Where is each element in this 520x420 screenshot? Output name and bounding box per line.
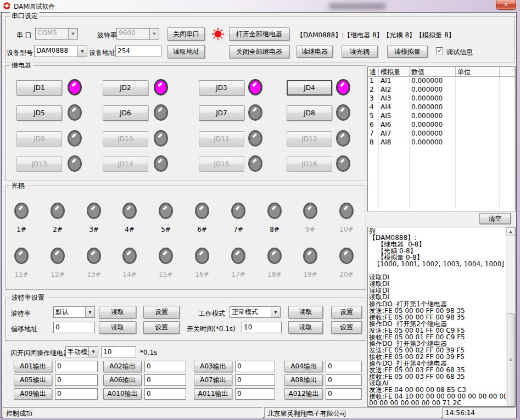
analog-table: 通模拟量数值单位 1AI10.0000002AI20.0000003AI30.0… <box>367 66 516 211</box>
relay-button-JD5[interactable]: JD5 <box>16 105 62 121</box>
close-all-relays-button[interactable]: 关闭全部继电器 <box>229 45 289 58</box>
baudrate-set-button[interactable]: 设置 <box>143 306 180 318</box>
work-mode-set-button[interactable]: 设置 <box>331 306 362 318</box>
read-addr-button[interactable]: 读取地址 <box>167 45 205 58</box>
baudrate-read-button[interactable]: 读取 <box>99 306 136 318</box>
output-input-A012输出[interactable]: 0 <box>326 388 362 400</box>
output-input-A07输出[interactable]: 0 <box>235 374 275 386</box>
read-analog-button[interactable]: 读模拟量 <box>387 46 428 58</box>
clear-log-button[interactable]: 清空 <box>479 213 511 224</box>
offset-set-button[interactable]: 设置 <box>143 321 180 334</box>
opto-label-12#: 12# <box>48 271 68 278</box>
opto-label-11#: 11# <box>12 271 31 278</box>
analog-cell <box>368 200 379 209</box>
output-input-A02输出[interactable]: 0 <box>144 361 186 372</box>
analog-col-header-3[interactable]: 单位 <box>456 67 500 77</box>
relay-button-JD8[interactable]: JD8 <box>287 105 332 121</box>
output-button-A03输出[interactable]: A03输出 <box>194 361 232 372</box>
work-mode-read-button[interactable]: 读取 <box>288 306 323 318</box>
open-all-relays-button[interactable]: 打开全部继电器 <box>229 27 289 41</box>
output-button-A06输出[interactable]: A06输出 <box>103 374 142 386</box>
relay-button-JD2[interactable]: JD2 <box>103 80 148 96</box>
analog-row-10 <box>368 165 515 173</box>
serial-group: 串口设定 串 口 COM5 ▼ 波特率 9600 ▼ 关闭串口 <box>5 16 515 63</box>
output-input-A05输出[interactable]: 0 <box>55 374 98 386</box>
log-scrollbar[interactable]: ▲ ≡ <box>506 227 515 406</box>
analog-cell <box>379 200 410 209</box>
output-button-A012输出[interactable]: A012输出 <box>284 388 323 400</box>
relay-button-JD4[interactable]: JD4 <box>287 80 332 96</box>
work-mode-combo[interactable]: 正常模式 ▼ <box>230 306 281 318</box>
analog-row-11 <box>368 173 515 182</box>
analog-cell <box>368 191 379 200</box>
output-button-A09输出[interactable]: A09输出 <box>14 388 52 400</box>
close-button[interactable]: ✕ <box>496 0 516 10</box>
baudrate-combo[interactable]: 默认 ▼ <box>53 306 95 318</box>
output-input-A09输出[interactable]: 0 <box>55 388 98 400</box>
offset-input[interactable]: 0 <box>53 322 95 333</box>
baud-combo[interactable]: 9600 ▼ <box>116 28 159 40</box>
opto-lamp-9# <box>303 203 317 219</box>
output-button-A07输出[interactable]: A07输出 <box>194 374 232 386</box>
scroll-up-button[interactable]: ▲ <box>506 227 515 236</box>
analog-cell: 6 <box>368 121 379 130</box>
analog-cell <box>368 165 379 173</box>
output-button-A04输出[interactable]: A04输出 <box>284 361 323 372</box>
output-input-A04输出[interactable]: 0 <box>326 361 362 372</box>
analog-col-header-4[interactable] <box>500 67 515 77</box>
flash-mode-combo[interactable]: 手动模式 ▼ <box>65 346 98 357</box>
model-combo[interactable]: DAM0888 ▼ <box>34 46 87 57</box>
output-input-A01输出[interactable]: 0 <box>55 361 98 372</box>
output-button-A08输出[interactable]: A08输出 <box>284 374 323 386</box>
analog-cell: AI4 <box>379 103 410 112</box>
relay-button-JD16: JD16 <box>287 156 332 172</box>
scroll-thumb[interactable]: ≡ <box>507 313 515 406</box>
status-time: 14:56:14 <box>442 407 516 418</box>
analog-col-header-0[interactable]: 通 <box>368 67 379 77</box>
addr-input[interactable]: 254 <box>115 46 161 57</box>
flash-time-input[interactable]: 10 <box>101 346 136 357</box>
analog-row-8 <box>368 147 515 156</box>
serial-group-title: 串口设定 <box>10 12 40 20</box>
opto-label-18#: 18# <box>265 271 284 278</box>
analog-cell <box>500 147 515 156</box>
analog-col-header-1[interactable]: 模拟量 <box>379 67 410 77</box>
relay-button-JD1[interactable]: JD1 <box>16 80 62 96</box>
analog-cell <box>500 94 515 103</box>
analog-cell <box>456 138 500 147</box>
analog-row-0: 1AI10.000000 <box>368 77 515 86</box>
switch-time-input[interactable]: 10 <box>242 322 282 333</box>
port-combo[interactable]: COM5 ▼ <box>35 28 78 40</box>
debug-checkbox[interactable]: ✓ <box>436 47 443 54</box>
analog-cell <box>456 165 500 173</box>
switch-time-read-button[interactable]: 读取 <box>288 321 323 334</box>
analog-col-header-2[interactable]: 数值 <box>410 67 456 77</box>
analog-row-4: 5AI50.000000 <box>368 112 515 121</box>
opto-label-17#: 17# <box>228 271 248 278</box>
output-button-A011输出[interactable]: A011输出 <box>194 388 232 400</box>
relay-button-JD6[interactable]: JD6 <box>103 105 148 121</box>
close-serial-button[interactable]: 关闭串口 <box>167 27 205 41</box>
output-button-A01输出[interactable]: A01输出 <box>14 361 52 372</box>
read-opto-button[interactable]: 读光耦 <box>342 46 378 58</box>
offset-read-button[interactable]: 读取 <box>99 321 136 334</box>
output-button-A05输出[interactable]: A05输出 <box>14 374 52 386</box>
relay-button-JD7[interactable]: JD7 <box>199 105 244 121</box>
baud-settings-group: 波特率设置 波特率 默认 ▼ 读取 设置 工作模式 正常模式 ▼ 读取 设置 偏… <box>5 298 366 341</box>
output-input-A010输出[interactable]: 0 <box>144 388 186 400</box>
output-input-A011输出[interactable]: 0 <box>235 388 275 400</box>
analog-cell <box>379 156 410 165</box>
opto-label-19#: 19# <box>300 271 320 278</box>
output-input-A03输出[interactable]: 0 <box>235 361 275 372</box>
opto-lamp-20# <box>339 248 354 264</box>
relay-button-JD3[interactable]: JD3 <box>199 80 244 96</box>
output-input-A06输出[interactable]: 0 <box>144 374 186 386</box>
scroll-up-icon: ▲ <box>509 229 512 234</box>
output-button-A02输出[interactable]: A02输出 <box>103 361 142 372</box>
switch-time-set-button[interactable]: 设置 <box>331 321 362 334</box>
analog-cell <box>410 191 456 200</box>
output-input-A08输出[interactable]: 0 <box>326 374 362 386</box>
output-button-A010输出[interactable]: A010输出 <box>103 388 142 400</box>
read-relay-button[interactable]: 读继电器 <box>297 46 333 58</box>
analog-cell: 8 <box>368 138 379 147</box>
